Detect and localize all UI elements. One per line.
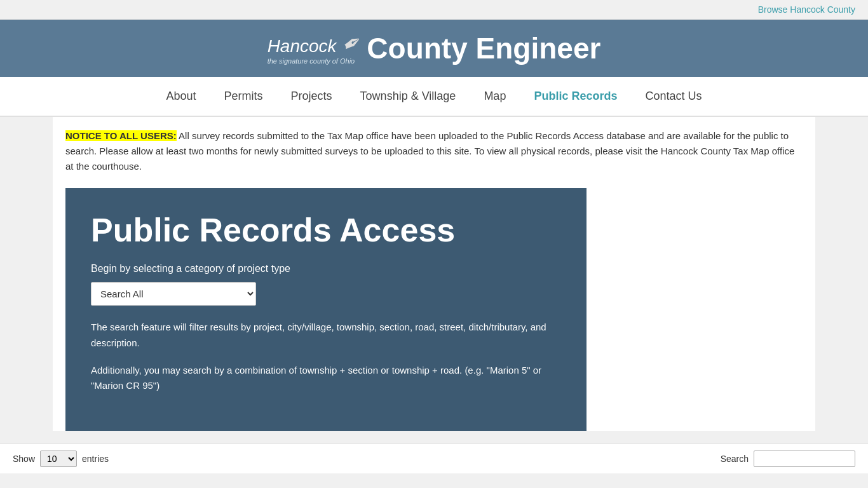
nav-item-permits: Permits bbox=[210, 77, 277, 116]
main-nav: About Permits Projects Township & Villag… bbox=[0, 77, 868, 117]
notice-highlight: NOTICE TO ALL USERS: bbox=[65, 130, 177, 141]
nav-item-public-records: Public Records bbox=[520, 77, 631, 116]
public-records-box: Public Records Access Begin by selecting… bbox=[65, 188, 587, 431]
nav-item-map: Map bbox=[470, 77, 520, 116]
nav-link-permits[interactable]: Permits bbox=[210, 77, 277, 116]
public-records-heading: Public Records Access bbox=[91, 211, 561, 249]
nav-link-contact[interactable]: Contact Us bbox=[631, 77, 715, 116]
notice-bar: NOTICE TO ALL USERS: All survey records … bbox=[65, 117, 803, 182]
search-input[interactable] bbox=[754, 451, 855, 467]
nav-item-about: About bbox=[153, 77, 210, 116]
bottom-bar: Show 10 25 50 100 entries Search bbox=[0, 444, 868, 473]
nav-link-about[interactable]: About bbox=[153, 77, 210, 116]
nav-list: About Permits Projects Township & Villag… bbox=[153, 77, 716, 116]
logo-italic-text: Hancock bbox=[268, 36, 337, 56]
content-wrapper: NOTICE TO ALL USERS: All survey records … bbox=[53, 117, 815, 431]
logo-title: County Engineer bbox=[367, 31, 600, 65]
logo-text-block: Hancock ✒ the signature county of Ohio bbox=[268, 32, 361, 65]
nav-link-projects[interactable]: Projects bbox=[277, 77, 346, 116]
logo-area: Hancock ✒ the signature county of Ohio C… bbox=[268, 31, 601, 65]
info-text-1: The search feature will filter results b… bbox=[91, 320, 561, 351]
project-type-select[interactable]: Search All Survey Road Project Bridge Pr… bbox=[91, 282, 256, 306]
site-header: Hancock ✒ the signature county of Ohio C… bbox=[0, 20, 868, 77]
nav-item-township: Township & Village bbox=[346, 77, 470, 116]
feather-icon: ✒ bbox=[336, 29, 365, 60]
search-bar-area: Search bbox=[721, 451, 855, 467]
select-label: Begin by selecting a category of project… bbox=[91, 263, 561, 274]
nav-item-contact: Contact Us bbox=[631, 77, 715, 116]
logo-tagline: the signature county of Ohio bbox=[268, 57, 361, 65]
entries-label: entries bbox=[82, 454, 109, 464]
nav-link-township[interactable]: Township & Village bbox=[346, 77, 470, 116]
show-entries-area: Show 10 25 50 100 entries bbox=[13, 451, 109, 467]
entries-select[interactable]: 10 25 50 100 bbox=[40, 451, 77, 467]
nav-link-map[interactable]: Map bbox=[470, 77, 520, 116]
show-label: Show bbox=[13, 454, 35, 464]
logo-name: Hancock ✒ the signature county of Ohio bbox=[268, 36, 361, 65]
nav-link-public-records[interactable]: Public Records bbox=[520, 77, 631, 116]
top-bar: Browse Hancock County bbox=[0, 0, 868, 20]
search-label: Search bbox=[721, 454, 749, 464]
info-text-2: Additionally, you may search by a combin… bbox=[91, 363, 561, 395]
browse-hancock-link[interactable]: Browse Hancock County bbox=[758, 4, 855, 15]
nav-item-projects: Projects bbox=[277, 77, 346, 116]
